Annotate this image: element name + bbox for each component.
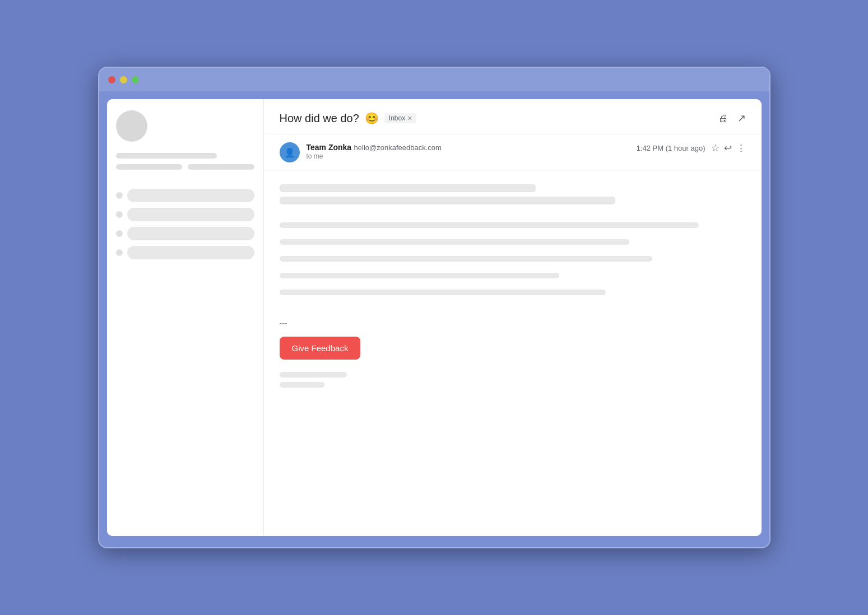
traffic-light-yellow[interactable] (120, 76, 127, 83)
body-line-2 (280, 197, 615, 204)
sidebar-item-bar-1[interactable] (127, 189, 254, 202)
star-icon[interactable]: ☆ (711, 142, 720, 154)
sidebar-item-bar-4[interactable] (127, 246, 254, 259)
external-link-icon[interactable]: ↗ (737, 113, 746, 123)
give-feedback-button[interactable]: Give Feedback (280, 337, 361, 360)
body-line-3 (280, 222, 699, 228)
email-main: How did we do? 😊 Inbox × 🖨 ↗ 👤 (264, 99, 762, 536)
sender-name-row: Team Zonka hello@zonkafeedback.com (307, 142, 442, 152)
traffic-light-red[interactable] (108, 76, 115, 83)
sidebar-item-row-1 (116, 189, 254, 202)
sender-to: to me (307, 152, 442, 160)
sidebar (107, 99, 264, 536)
browser-titlebar (99, 68, 769, 91)
sender-name: Team Zonka (307, 143, 352, 152)
email-subject: How did we do? (280, 112, 359, 125)
inbox-label: Inbox (389, 114, 405, 122)
sidebar-dot-3 (116, 230, 123, 237)
sidebar-item-row-4 (116, 246, 254, 259)
email-header-actions: 🖨 ↗ (718, 113, 746, 123)
email-header: How did we do? 😊 Inbox × 🖨 ↗ (264, 99, 762, 134)
sender-info: Team Zonka hello@zonkafeedback.com to me (307, 142, 442, 160)
body-line-6 (280, 273, 559, 278)
body-line-7 (280, 290, 606, 295)
timestamp: 1:42 PM (1 hour ago) (637, 144, 705, 152)
sidebar-dot-4 (116, 249, 123, 256)
footer-bar-2 (280, 382, 324, 388)
sidebar-item-row-2 (116, 208, 254, 221)
sender-actions: ☆ ↩ ⋮ (711, 142, 746, 154)
print-icon[interactable]: 🖨 (718, 113, 728, 123)
sender-left: 👤 Team Zonka hello@zonkafeedback.com to … (280, 142, 442, 162)
body-line-5 (280, 256, 653, 262)
sidebar-item-bar-2[interactable] (127, 208, 254, 221)
sender-right: 1:42 PM (1 hour ago) ☆ ↩ ⋮ (637, 142, 746, 154)
sender-avatar-icon: 👤 (284, 147, 295, 158)
emoji-icon: 😊 (365, 111, 379, 125)
body-line-4 (280, 239, 629, 245)
sender-avatar: 👤 (280, 142, 300, 162)
sidebar-bar-1 (116, 153, 217, 159)
email-subject-area: How did we do? 😊 Inbox × (280, 111, 417, 125)
sidebar-dot-2 (116, 211, 123, 218)
footer-bar-1 (280, 372, 347, 378)
sidebar-item-row-3 (116, 227, 254, 240)
traffic-light-green[interactable] (132, 76, 139, 83)
body-line-1 (280, 184, 536, 192)
browser-content: How did we do? 😊 Inbox × 🖨 ↗ 👤 (107, 99, 762, 536)
sidebar-item-bar-3[interactable] (127, 227, 254, 240)
avatar (116, 110, 147, 142)
sender-row: 👤 Team Zonka hello@zonkafeedback.com to … (264, 134, 762, 171)
sender-email: hello@zonkafeedback.com (354, 143, 442, 152)
browser-window: How did we do? 😊 Inbox × 🖨 ↗ 👤 (98, 67, 770, 548)
sidebar-bar-3 (188, 164, 254, 170)
reply-icon[interactable]: ↩ (724, 142, 732, 154)
more-icon[interactable]: ⋮ (736, 142, 746, 154)
email-body: --- Give Feedback (264, 171, 762, 536)
sidebar-bar-2 (116, 164, 183, 170)
sidebar-dot-1 (116, 192, 123, 199)
inbox-tag: Inbox × (384, 113, 417, 123)
separator-text: --- (280, 319, 746, 328)
inbox-close-icon[interactable]: × (407, 114, 412, 122)
